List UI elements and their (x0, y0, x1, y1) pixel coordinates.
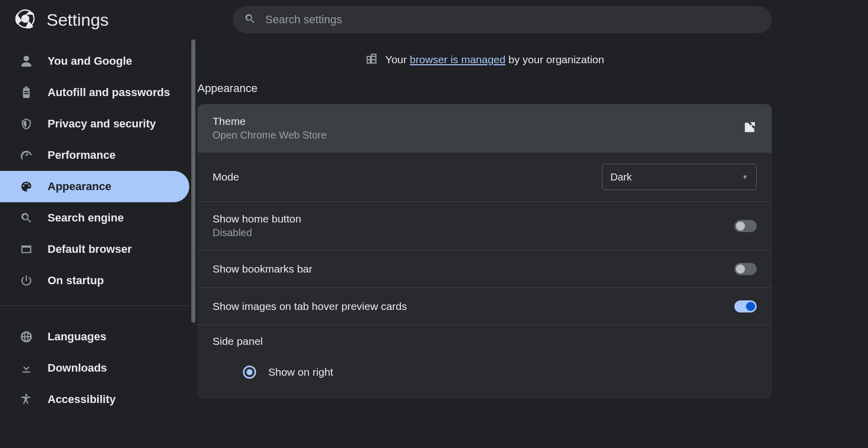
managed-prefix: Your (385, 54, 409, 65)
tab-hover-row: Show images on tab hover preview cards (197, 288, 772, 325)
building-icon (365, 52, 378, 68)
theme-subtitle: Open Chrome Web Store (213, 129, 326, 141)
sidebar-divider (0, 305, 189, 306)
sidebar-item-label: Languages (48, 330, 106, 343)
appearance-card: Theme Open Chrome Web Store Mode Dark ▼ (197, 104, 772, 399)
search-icon (19, 211, 33, 225)
tab-hover-toggle[interactable] (734, 300, 757, 312)
open-external-icon (742, 120, 757, 137)
side-panel-block: Side panel Show on right (197, 325, 772, 399)
sidebar-item-performance[interactable]: Performance (0, 140, 189, 171)
sidebar-item-privacy[interactable]: Privacy and security (0, 108, 189, 140)
search-settings-box[interactable] (233, 6, 772, 33)
header-title-area: Settings (0, 9, 233, 31)
tab-hover-title: Show images on tab hover preview cards (213, 300, 407, 312)
sidebar-item-search-engine[interactable]: Search engine (0, 202, 189, 234)
section-title: Appearance (197, 82, 772, 104)
speed-icon (19, 149, 33, 162)
browser-icon (19, 243, 33, 256)
sidebar-item-label: On startup (48, 274, 104, 287)
caret-down-icon: ▼ (742, 173, 748, 181)
managed-banner: Your browser is managed by your organiza… (197, 39, 772, 80)
search-icon (244, 13, 256, 27)
managed-text: Your browser is managed by your organiza… (385, 54, 604, 66)
palette-icon (19, 180, 33, 193)
sidebar-item-label: Privacy and security (48, 117, 156, 130)
clipboard-icon (19, 86, 33, 99)
sidebar-item-you-and-google[interactable]: You and Google (0, 46, 189, 77)
managed-suffix: by your organization (506, 54, 604, 65)
sidebar: You and GoogleAutofill and passwordsPriv… (0, 39, 189, 448)
scrollbar-thumb[interactable] (191, 39, 195, 323)
mode-select[interactable]: Dark ▼ (602, 164, 757, 190)
sidebar-item-label: Search engine (48, 211, 123, 225)
sidebar-item-label: Downloads (48, 362, 107, 375)
download-icon (19, 362, 33, 375)
sidebar-item-label: Default browser (48, 243, 132, 256)
home-button-row: Show home button Disabled (197, 202, 772, 250)
managed-link[interactable]: browser is managed (410, 54, 506, 65)
sidebar-item-label: Performance (48, 149, 116, 162)
person-icon (19, 55, 33, 68)
sidebar-item-autofill[interactable]: Autofill and passwords (0, 77, 189, 108)
sidebar-item-label: Accessibility (48, 393, 116, 406)
sidebar-item-label: Appearance (48, 180, 111, 193)
sidebar-item-accessibility[interactable]: Accessibility (0, 384, 189, 415)
bookmarks-bar-toggle[interactable] (734, 263, 757, 275)
accessibility-icon (19, 393, 33, 406)
side-panel-title: Side panel (213, 335, 757, 347)
sidebar-item-label: You and Google (48, 55, 132, 68)
sidebar-item-label: Autofill and passwords (48, 86, 170, 99)
radio-selected-icon (243, 366, 256, 379)
home-button-toggle[interactable] (734, 220, 757, 232)
bookmarks-bar-row: Show bookmarks bar (197, 250, 772, 288)
sidebar-item-languages[interactable]: Languages (0, 321, 189, 352)
chrome-icon (15, 9, 35, 31)
mode-title: Mode (213, 171, 239, 183)
globe-icon (19, 330, 33, 343)
theme-title: Theme (213, 115, 326, 127)
page-title: Settings (47, 10, 109, 30)
home-button-title: Show home button (213, 213, 301, 225)
sidebar-scrollbar[interactable]: ▲ (189, 39, 197, 448)
theme-row[interactable]: Theme Open Chrome Web Store (197, 104, 772, 153)
search-input[interactable] (264, 13, 761, 27)
sidebar-item-downloads[interactable]: Downloads (0, 352, 189, 384)
power-icon (19, 274, 33, 287)
sidebar-item-on-startup[interactable]: On startup (0, 265, 189, 296)
mode-row: Mode Dark ▼ (197, 153, 772, 202)
svg-point-2 (21, 15, 29, 23)
side-panel-option-label: Show on right (268, 366, 333, 378)
shield-icon (19, 117, 33, 130)
bookmarks-bar-title: Show bookmarks bar (213, 263, 312, 275)
sidebar-item-appearance[interactable]: Appearance (0, 171, 189, 202)
side-panel-option-right[interactable]: Show on right (213, 361, 757, 384)
home-button-subtitle: Disabled (213, 227, 301, 239)
sidebar-item-default-browser[interactable]: Default browser (0, 234, 189, 265)
mode-select-value: Dark (610, 171, 632, 183)
